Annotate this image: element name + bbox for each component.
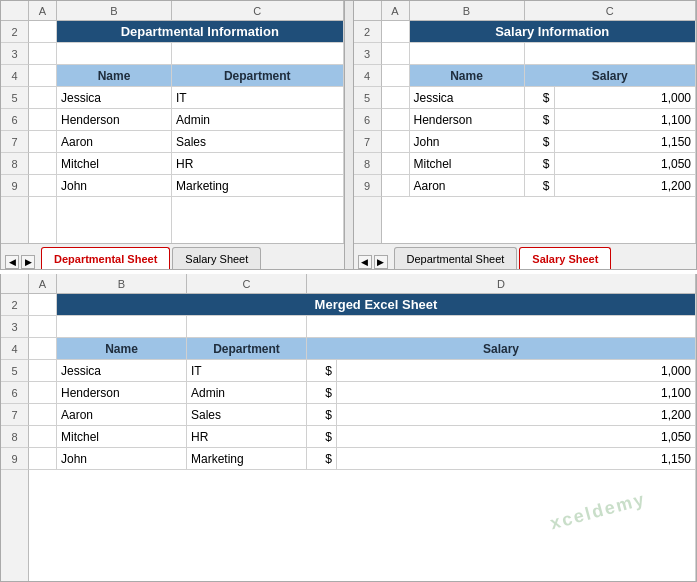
dept-header-name: Name	[57, 65, 172, 87]
cell-a2	[29, 21, 57, 43]
tab-salary-sheet-inactive[interactable]: Salary Sheet	[172, 247, 261, 269]
col-header-A: A	[29, 1, 57, 21]
bot-col-B: B	[57, 274, 187, 294]
sal-header-salary: Salary	[525, 65, 697, 87]
nav-left-arrow[interactable]: ◀	[5, 255, 19, 269]
tab-departmental-inactive-r[interactable]: Departmental Sheet	[394, 247, 518, 269]
tab-salary-sheet-active[interactable]: Salary Sheet	[519, 247, 611, 269]
nav-right-arrow-r[interactable]: ▶	[374, 255, 388, 269]
col-header-B-r: B	[410, 1, 525, 21]
col-header-B: B	[57, 1, 172, 21]
bottom-grid: 2 Merged Excel Sheet 3 4 Name Department…	[1, 294, 696, 581]
merged-header-dept: Department	[187, 338, 307, 360]
bot-col-C: C	[187, 274, 307, 294]
bot-col-D: D	[307, 274, 696, 294]
merged-header-salary: Salary	[307, 338, 696, 360]
nav-right-arrow[interactable]: ▶	[21, 255, 35, 269]
tab-departmental-sheet[interactable]: Departmental Sheet	[41, 247, 170, 269]
dept-header-dept: Department	[172, 65, 344, 87]
col-header-C: C	[172, 1, 344, 21]
dept-row-1-name: Jessica	[57, 87, 172, 109]
nav-left-arrow-r[interactable]: ◀	[358, 255, 372, 269]
col-header-A-r: A	[382, 1, 410, 21]
merged-title: Merged Excel Sheet	[57, 294, 696, 316]
top-right-grid: 2 Salary Information 3 4 Name Salary	[354, 21, 697, 243]
sal-header-name: Name	[410, 65, 525, 87]
dept-row-1-dept: IT	[172, 87, 344, 109]
merged-header-name: Name	[57, 338, 187, 360]
top-left-grid: 2 Departmental Information 3 4 Name Depa…	[1, 21, 344, 243]
bot-col-A: A	[29, 274, 57, 294]
salary-title: Salary Information	[410, 21, 697, 43]
col-header-C-r: C	[525, 1, 697, 21]
row-num: 2	[1, 21, 29, 43]
dept-title: Departmental Information	[57, 21, 344, 43]
